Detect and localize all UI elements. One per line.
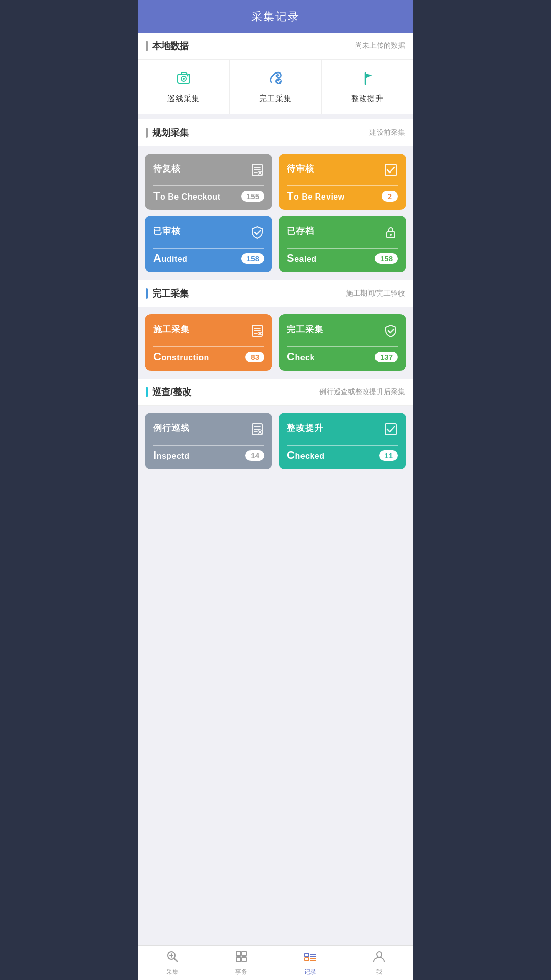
header: 采集记录 — [138, 0, 413, 33]
inspection-cards: 例行巡线 — [138, 406, 413, 472]
sealed-count: 158 — [375, 253, 398, 264]
check-en-title: Check — [287, 350, 315, 363]
svg-rect-32 — [236, 957, 241, 962]
gap-1 — [138, 114, 413, 119]
completion-bar — [146, 288, 148, 299]
inspection-section-header: 巡查/整改 例行巡查或整改提升后采集 — [138, 379, 413, 406]
review-icon — [384, 163, 398, 180]
quick-action-completion[interactable]: 完工采集 — [230, 60, 321, 114]
profile-nav-icon — [372, 950, 386, 966]
planning-title: 规划采集 — [152, 127, 189, 139]
card-sealed[interactable]: 已存档 Sealed — [279, 216, 406, 272]
quick-actions-row: 巡线采集 完工采集 — [138, 60, 413, 114]
quick-action-patrol[interactable]: 巡线采集 — [138, 60, 230, 114]
card-header-audited: 已审核 — [153, 225, 264, 242]
completion-section-header: 完工采集 施工期间/完工验收 — [138, 280, 413, 307]
checked-icon — [384, 422, 398, 439]
local-data-subtitle: 尚未上传的数据 — [355, 41, 405, 51]
nav-item-profile[interactable]: 我 — [344, 946, 413, 980]
audited-footer: Audited 158 — [153, 252, 264, 265]
check-icon — [384, 324, 398, 341]
card-header-check: 完工采集 — [287, 324, 398, 341]
construction-zh-title: 施工采集 — [153, 324, 190, 335]
sealed-footer: Sealed 158 — [287, 252, 398, 265]
checkout-en-title: To Be Checkout — [153, 189, 220, 203]
main-content: 本地数据 尚未上传的数据 巡线采集 — [138, 33, 413, 980]
check-zh-title: 完工采集 — [287, 324, 323, 335]
review-divider — [287, 185, 398, 186]
sealed-zh-title: 已存档 — [287, 225, 314, 237]
check-divider — [287, 346, 398, 347]
checkout-zh-title: 待复核 — [153, 163, 181, 175]
sealed-en-title: Sealed — [287, 252, 317, 265]
card-audited[interactable]: 已审核 Audited 158 — [145, 216, 272, 272]
review-count: 2 — [382, 191, 398, 202]
card-to-be-checkout[interactable]: 待复核 — [145, 154, 272, 210]
audited-zh-title: 已审核 — [153, 225, 181, 237]
card-checked[interactable]: 整改提升 Checked 11 — [279, 413, 406, 469]
inspection-bar — [146, 387, 148, 397]
completion-title-wrap: 完工采集 — [146, 287, 189, 300]
gap-4 — [138, 472, 413, 477]
planning-cards-grid: 待复核 — [145, 154, 406, 272]
svg-line-27 — [174, 958, 177, 961]
card-header-checkout: 待复核 — [153, 163, 264, 180]
checkout-footer: To Be Checkout 155 — [153, 189, 264, 203]
planning-subtitle: 建设前采集 — [369, 128, 405, 137]
gap-2 — [138, 275, 413, 280]
card-header-inspected: 例行巡线 — [153, 422, 264, 439]
checked-zh-title: 整改提升 — [287, 422, 323, 434]
card-inspected[interactable]: 例行巡线 — [145, 413, 272, 469]
construction-en-title: Construction — [153, 350, 209, 363]
inspected-footer: Inspectd 14 — [153, 449, 264, 462]
planning-bar — [146, 128, 148, 138]
svg-rect-35 — [305, 958, 309, 961]
local-data-title: 本地数据 — [152, 40, 189, 52]
local-data-title-wrap: 本地数据 — [146, 40, 189, 52]
checkout-count: 155 — [241, 191, 264, 202]
completion-cards: 施工采集 — [138, 307, 413, 374]
inspected-zh-title: 例行巡线 — [153, 422, 190, 434]
sealed-icon — [384, 225, 398, 242]
checkout-divider — [153, 185, 264, 186]
card-construction[interactable]: 施工采集 — [145, 314, 272, 371]
svg-point-4 — [187, 75, 189, 77]
local-data-bar — [146, 41, 148, 51]
inspection-title: 巡查/整改 — [152, 386, 191, 398]
quick-action-rectify[interactable]: 整改提升 — [322, 60, 413, 114]
inspected-count: 14 — [245, 450, 264, 461]
nav-item-records[interactable]: 记录 — [276, 946, 344, 980]
construction-footer: Construction 83 — [153, 350, 264, 363]
completion-subtitle: 施工期间/完工验收 — [346, 289, 405, 298]
records-nav-label: 记录 — [304, 968, 316, 976]
audited-en-title: Audited — [153, 252, 187, 265]
nav-item-collect[interactable]: 采集 — [138, 946, 207, 980]
card-header-review: 待审核 — [287, 163, 398, 180]
completion-cards-grid: 施工采集 — [145, 314, 406, 371]
audited-icon — [250, 225, 264, 242]
svg-rect-30 — [236, 951, 241, 956]
patrol-label: 巡线采集 — [167, 94, 200, 104]
completion-icon — [267, 70, 284, 90]
review-footer: To Be Review 2 — [287, 189, 398, 203]
gap-3 — [138, 374, 413, 379]
tasks-nav-icon — [235, 950, 248, 966]
inspection-subtitle: 例行巡查或整改提升后采集 — [319, 387, 405, 397]
bottom-nav: 采集 事务 — [138, 945, 413, 980]
construction-icon — [250, 324, 264, 341]
profile-nav-label: 我 — [376, 968, 382, 976]
card-check[interactable]: 完工采集 Check 137 — [279, 314, 406, 371]
checkout-icon — [250, 163, 264, 180]
inspection-cards-grid: 例行巡线 — [145, 413, 406, 469]
svg-rect-34 — [305, 953, 309, 957]
svg-point-16 — [390, 234, 392, 236]
svg-point-40 — [377, 952, 382, 957]
patrol-icon — [176, 70, 192, 90]
check-footer: Check 137 — [287, 350, 398, 363]
collect-nav-label: 采集 — [166, 968, 179, 976]
checked-en-title: Checked — [287, 449, 325, 462]
nav-item-tasks[interactable]: 事务 — [207, 946, 276, 980]
card-to-be-review[interactable]: 待审核 To Be Review 2 — [279, 154, 406, 210]
rectify-icon — [359, 70, 375, 90]
svg-point-2 — [183, 78, 185, 80]
